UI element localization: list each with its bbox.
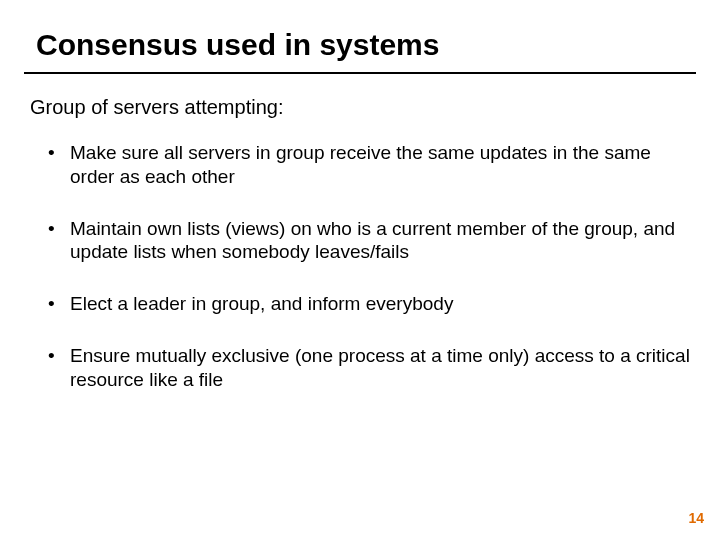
intro-text: Group of servers attempting: bbox=[30, 96, 690, 119]
bullet-list: Make sure all servers in group receive t… bbox=[30, 141, 690, 391]
list-item: Make sure all servers in group receive t… bbox=[48, 141, 690, 189]
list-item: Ensure mutually exclusive (one process a… bbox=[48, 344, 690, 392]
title-underline bbox=[24, 72, 696, 74]
slide-title: Consensus used in systems bbox=[30, 28, 690, 72]
list-item: Elect a leader in group, and inform ever… bbox=[48, 292, 690, 316]
list-item: Maintain own lists (views) on who is a c… bbox=[48, 217, 690, 265]
page-number: 14 bbox=[688, 510, 704, 526]
